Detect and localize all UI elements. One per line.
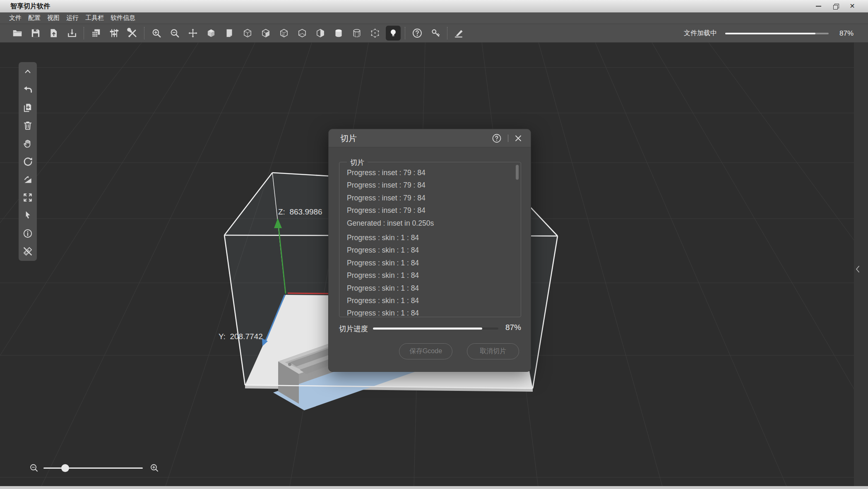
- sheet-icon: [224, 28, 235, 39]
- toolbar-separator: [405, 27, 406, 39]
- view-half-shaded-button[interactable]: [311, 25, 329, 41]
- save-gcode-button[interactable]: 保存Gcode: [399, 343, 452, 359]
- titlebar[interactable]: 智享切片软件 ✕: [0, 0, 868, 13]
- measure-button[interactable]: [22, 245, 34, 258]
- pan-button[interactable]: [22, 137, 34, 150]
- view-cylinder-wire-button[interactable]: [348, 25, 366, 41]
- move-button[interactable]: [184, 25, 202, 41]
- select-button[interactable]: [22, 209, 34, 222]
- slice-progress-percent: 87%: [505, 323, 521, 332]
- slice-dialog-title: 切片: [340, 129, 357, 147]
- minimize-button[interactable]: [811, 0, 825, 12]
- light-toggle-button[interactable]: [386, 26, 401, 41]
- export-file-button[interactable]: [63, 25, 81, 41]
- trash-icon: [22, 120, 33, 131]
- light-bulb-icon: [388, 28, 399, 39]
- open-file-button[interactable]: [8, 25, 26, 41]
- rotate-button[interactable]: [22, 155, 34, 168]
- help-button[interactable]: [408, 25, 426, 41]
- log-line: Progress : skin : 1 : 84: [347, 282, 512, 294]
- restore-button[interactable]: [829, 0, 843, 12]
- save-floppy-icon: [30, 28, 41, 39]
- slice-progress-label: 切片进度: [339, 324, 368, 334]
- log-line: Progress : inset : 79 : 84: [347, 179, 512, 191]
- expand-arrows-icon: [22, 192, 33, 203]
- view-wireframe-dashed-button[interactable]: [257, 25, 275, 41]
- log-line: Progress : skin : 1 : 84: [347, 307, 512, 317]
- collapse-panel-button[interactable]: [22, 65, 34, 78]
- info-button[interactable]: [22, 227, 34, 240]
- dialog-header-separator: [508, 135, 508, 142]
- slice-log[interactable]: Progress : inset : 79 : 84 Progress : in…: [347, 166, 512, 317]
- scale-button[interactable]: [22, 173, 34, 185]
- menu-about[interactable]: 软件信息: [111, 14, 135, 22]
- delete-button[interactable]: [22, 119, 34, 132]
- minimize-icon: [816, 6, 821, 7]
- menu-toolbar[interactable]: 工具栏: [85, 14, 104, 22]
- close-button[interactable]: ✕: [845, 0, 859, 12]
- right-panel-toggle[interactable]: [854, 264, 862, 275]
- duplicate-plus-icon: [22, 102, 33, 113]
- slice-knife-icon: [454, 27, 465, 39]
- open-folder-icon: [12, 28, 23, 39]
- zoom-slider-track[interactable]: [43, 467, 143, 469]
- duplicate-button[interactable]: [22, 101, 34, 114]
- machine-tools-button[interactable]: [123, 25, 142, 41]
- rotate-icon: [22, 156, 33, 167]
- chevron-up-icon: [23, 67, 33, 77]
- menu-view[interactable]: 视图: [47, 14, 60, 22]
- slice-dialog-header[interactable]: 切片: [329, 129, 531, 147]
- dialog-help-icon[interactable]: [491, 133, 502, 144]
- view-cylinder-solid-button[interactable]: [329, 25, 348, 41]
- dialog-close-icon[interactable]: [514, 134, 522, 142]
- slice-progressbar: [373, 328, 498, 330]
- copy-table-icon: [91, 28, 101, 39]
- zoom-out-icon: [169, 28, 180, 39]
- slice-button[interactable]: [450, 25, 469, 41]
- log-line: Progress : inset : 79 : 84: [347, 166, 512, 179]
- help-circle-icon: [411, 27, 423, 39]
- close-icon: ✕: [849, 3, 855, 10]
- view-wireframe-button[interactable]: [238, 25, 257, 41]
- bottom-status-strip: [0, 486, 868, 489]
- menu-run[interactable]: 运行: [66, 14, 79, 22]
- zoom-out-button[interactable]: [166, 25, 184, 41]
- copy-plate-button[interactable]: [87, 25, 105, 41]
- log-line: Progress : skin : 1 : 84: [347, 244, 512, 256]
- load-file-button[interactable]: [45, 25, 63, 41]
- menu-config[interactable]: 配置: [28, 14, 41, 22]
- move-arrows-icon: [188, 28, 198, 39]
- view-open-cube-button[interactable]: [293, 25, 311, 41]
- slice-dialog: 切片 切片 Progress : inset : 79 : 84 Progres…: [328, 129, 531, 372]
- toolbar: 文件加载中 87%: [0, 24, 868, 43]
- hand-icon: [22, 138, 33, 149]
- view-point-cloud-button[interactable]: [366, 25, 384, 41]
- tools-icon: [127, 28, 138, 39]
- left-tool-panel: [19, 62, 37, 261]
- menu-file[interactable]: 文件: [9, 14, 22, 22]
- save-button[interactable]: [26, 25, 45, 41]
- hidden-face-cube-icon: [279, 28, 289, 39]
- log-scrollbar-thumb[interactable]: [516, 165, 519, 180]
- cancel-slice-button[interactable]: 取消切片: [467, 343, 519, 359]
- zoom-in-button[interactable]: [147, 25, 166, 41]
- slice-log-groupbox: Progress : inset : 79 : 84 Progress : in…: [339, 162, 521, 317]
- loading-progressbar: [725, 33, 829, 34]
- download-tray-icon: [67, 28, 77, 39]
- view-solid-button[interactable]: [202, 25, 220, 41]
- zoom-out-slider-icon[interactable]: [29, 463, 39, 473]
- zoom-slider-knob[interactable]: [61, 464, 69, 472]
- parameter-settings-button[interactable]: [105, 25, 123, 41]
- point-cloud-cube-icon: [370, 28, 380, 39]
- maximize-button[interactable]: [22, 191, 34, 204]
- license-key-button[interactable]: [426, 25, 445, 41]
- loading-label: 文件加载中: [684, 29, 717, 38]
- view-hidden-face-button[interactable]: [275, 25, 293, 41]
- load-file-icon: [48, 28, 59, 39]
- measure-icon: [22, 246, 33, 257]
- undo-button[interactable]: [22, 83, 34, 96]
- menubar: 文件 配置 视图 运行 工具栏 软件信息: [0, 12, 868, 24]
- key-icon: [430, 28, 441, 39]
- zoom-in-slider-icon[interactable]: [149, 463, 159, 473]
- view-layflat-button[interactable]: [220, 25, 238, 41]
